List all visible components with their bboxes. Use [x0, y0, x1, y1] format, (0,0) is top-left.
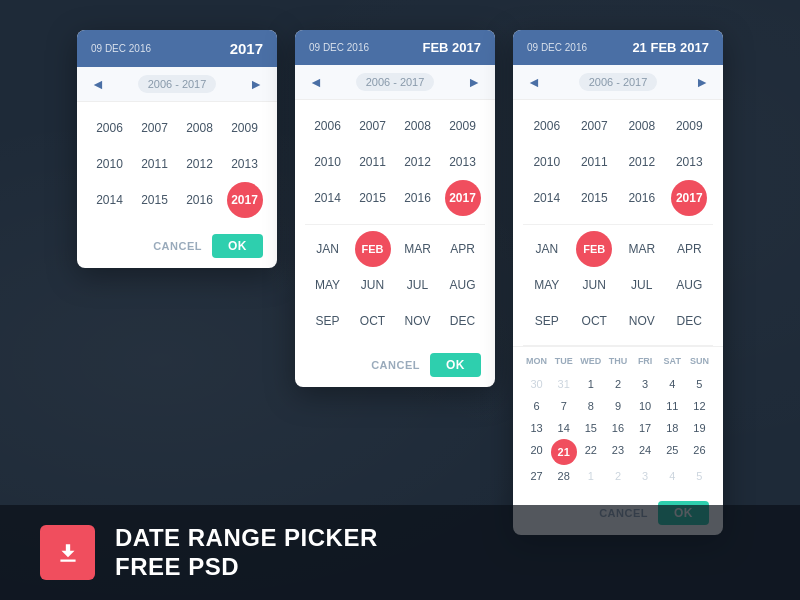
p3-year-2007[interactable]: 2007: [577, 112, 612, 140]
download-box[interactable]: [40, 525, 95, 580]
month-oct[interactable]: OCT: [356, 306, 389, 336]
cal-day-7[interactable]: 7: [550, 395, 577, 417]
month-mar[interactable]: MAR: [400, 234, 435, 264]
year-2012[interactable]: 2012: [182, 150, 217, 178]
month-jan[interactable]: JAN: [312, 234, 343, 264]
cal-day-1-next[interactable]: 1: [577, 465, 604, 487]
p2-year-2007[interactable]: 2007: [355, 112, 390, 140]
cal-day-23[interactable]: 23: [604, 439, 631, 465]
cal-day-6[interactable]: 6: [523, 395, 550, 417]
p3-month-jan[interactable]: JAN: [531, 234, 562, 264]
p2-year-2009[interactable]: 2009: [445, 112, 480, 140]
cal-day-8[interactable]: 8: [577, 395, 604, 417]
cal-day-2-next[interactable]: 2: [604, 465, 631, 487]
year-2015[interactable]: 2015: [137, 186, 172, 214]
p3-year-2014[interactable]: 2014: [529, 184, 564, 212]
cal-day-14[interactable]: 14: [550, 417, 577, 439]
cal-day-27[interactable]: 27: [523, 465, 550, 487]
cal-day-19[interactable]: 19: [686, 417, 713, 439]
cal-day-12[interactable]: 12: [686, 395, 713, 417]
year-2008[interactable]: 2008: [182, 114, 217, 142]
month-aug[interactable]: AUG: [445, 270, 479, 300]
p3-year-2006[interactable]: 2006: [529, 112, 564, 140]
picker2-prev-arrow[interactable]: ◄: [309, 75, 323, 89]
p3-year-2017-selected[interactable]: 2017: [671, 180, 707, 216]
p3-month-may[interactable]: MAY: [530, 270, 563, 300]
year-2014[interactable]: 2014: [92, 186, 127, 214]
cal-day-17[interactable]: 17: [632, 417, 659, 439]
month-apr[interactable]: APR: [446, 234, 479, 264]
cal-day-4[interactable]: 4: [659, 373, 686, 395]
month-sep[interactable]: SEP: [311, 306, 343, 336]
cal-day-1[interactable]: 1: [577, 373, 604, 395]
p2-year-2011[interactable]: 2011: [355, 148, 390, 176]
p3-year-2009[interactable]: 2009: [672, 112, 707, 140]
p2-year-2016[interactable]: 2016: [400, 184, 435, 212]
cal-day-5-next[interactable]: 5: [686, 465, 713, 487]
year-2007[interactable]: 2007: [137, 114, 172, 142]
p3-month-mar[interactable]: MAR: [624, 234, 659, 264]
month-may[interactable]: MAY: [311, 270, 344, 300]
picker2-cancel-button[interactable]: CANCEL: [371, 359, 420, 371]
p2-year-2015[interactable]: 2015: [355, 184, 390, 212]
p3-year-2012[interactable]: 2012: [624, 148, 659, 176]
p2-year-2014[interactable]: 2014: [310, 184, 345, 212]
p2-year-2006[interactable]: 2006: [310, 112, 345, 140]
p3-month-oct[interactable]: OCT: [578, 306, 611, 336]
p3-month-feb-selected[interactable]: FEB: [576, 231, 612, 267]
cal-day-13[interactable]: 13: [523, 417, 550, 439]
cal-day-3-next[interactable]: 3: [632, 465, 659, 487]
cal-day-5[interactable]: 5: [686, 373, 713, 395]
cal-day-10[interactable]: 10: [632, 395, 659, 417]
year-2017-selected[interactable]: 2017: [227, 182, 263, 218]
year-2016[interactable]: 2016: [182, 186, 217, 214]
month-jul[interactable]: JUL: [403, 270, 432, 300]
year-2009[interactable]: 2009: [227, 114, 262, 142]
p3-month-jul[interactable]: JUL: [627, 270, 656, 300]
cal-day-3[interactable]: 3: [632, 373, 659, 395]
p2-year-2012[interactable]: 2012: [400, 148, 435, 176]
cal-day-4-next[interactable]: 4: [659, 465, 686, 487]
month-feb-selected[interactable]: FEB: [355, 231, 391, 267]
p3-year-2013[interactable]: 2013: [672, 148, 707, 176]
cal-day-28[interactable]: 28: [550, 465, 577, 487]
p2-year-2013[interactable]: 2013: [445, 148, 480, 176]
p3-year-2015[interactable]: 2015: [577, 184, 612, 212]
month-jun[interactable]: JUN: [357, 270, 388, 300]
year-2013[interactable]: 2013: [227, 150, 262, 178]
picker3-next-arrow[interactable]: ►: [695, 75, 709, 89]
month-nov[interactable]: NOV: [400, 306, 434, 336]
cal-day-24[interactable]: 24: [632, 439, 659, 465]
year-2006[interactable]: 2006: [92, 114, 127, 142]
p3-year-2010[interactable]: 2010: [529, 148, 564, 176]
picker1-next-arrow[interactable]: ►: [249, 77, 263, 91]
picker1-cancel-button[interactable]: CANCEL: [153, 240, 202, 252]
cal-day-16[interactable]: 16: [604, 417, 631, 439]
cal-day-11[interactable]: 11: [659, 395, 686, 417]
picker2-ok-button[interactable]: OK: [430, 353, 481, 377]
p3-month-jun[interactable]: JUN: [579, 270, 610, 300]
month-dec[interactable]: DEC: [446, 306, 479, 336]
p3-year-2016[interactable]: 2016: [624, 184, 659, 212]
cal-day-21-selected[interactable]: 21: [551, 439, 577, 465]
cal-day-25[interactable]: 25: [659, 439, 686, 465]
p3-year-2011[interactable]: 2011: [577, 148, 612, 176]
cal-day-31-prev[interactable]: 31: [550, 373, 577, 395]
picker1-prev-arrow[interactable]: ◄: [91, 77, 105, 91]
cal-day-26[interactable]: 26: [686, 439, 713, 465]
picker3-prev-arrow[interactable]: ◄: [527, 75, 541, 89]
year-2010[interactable]: 2010: [92, 150, 127, 178]
cal-day-22[interactable]: 22: [577, 439, 604, 465]
cal-day-18[interactable]: 18: [659, 417, 686, 439]
p3-month-sep[interactable]: SEP: [531, 306, 563, 336]
p3-month-apr[interactable]: APR: [673, 234, 706, 264]
cal-day-2[interactable]: 2: [604, 373, 631, 395]
cal-day-15[interactable]: 15: [577, 417, 604, 439]
cal-day-30-prev[interactable]: 30: [523, 373, 550, 395]
cal-day-9[interactable]: 9: [604, 395, 631, 417]
year-2011[interactable]: 2011: [137, 150, 172, 178]
p3-month-nov[interactable]: NOV: [625, 306, 659, 336]
cal-day-20[interactable]: 20: [523, 439, 550, 465]
p3-month-dec[interactable]: DEC: [673, 306, 706, 336]
p2-year-2010[interactable]: 2010: [310, 148, 345, 176]
